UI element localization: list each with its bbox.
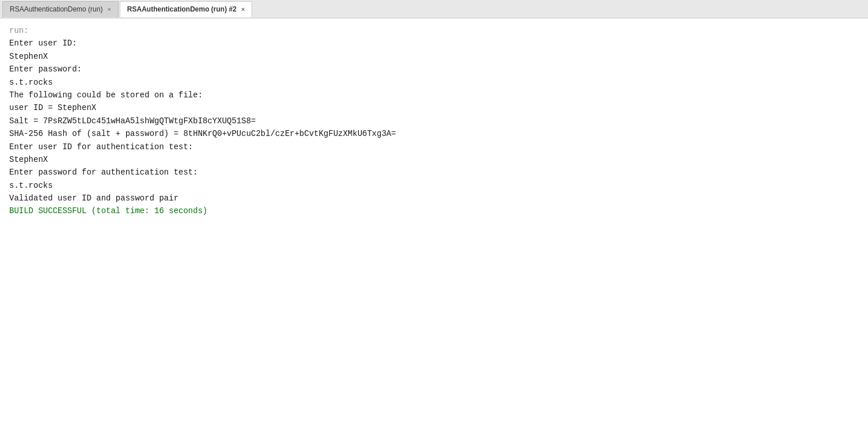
console-line-1: Enter user ID: xyxy=(9,37,859,50)
tab-run-1[interactable]: RSAAuthenticationDemo (run) × xyxy=(2,1,119,17)
tab-run-2-close[interactable]: × xyxy=(241,6,245,13)
console-line-8: SHA-256 Hash of (salt + password) = 8tHN… xyxy=(9,127,859,140)
console-line-12: s.t.rocks xyxy=(9,179,859,192)
console-line-14: BUILD SUCCESSFUL (total time: 16 seconds… xyxy=(9,205,859,217)
console-line-11: Enter password for authentication test: xyxy=(9,166,859,179)
console-line-7: Salt = 7PsRZW5tLDc451wHaA5lshWgQTWtgFXbI… xyxy=(9,115,859,127)
tab-run-1-label: RSAAuthenticationDemo (run) xyxy=(10,5,102,13)
tab-run-1-close[interactable]: × xyxy=(107,6,111,13)
console-line-5: The following could be stored on a file: xyxy=(9,89,859,101)
console-line-3: Enter password: xyxy=(9,63,859,75)
console-line-9: Enter user ID for authentication test: xyxy=(9,141,859,153)
console-line-6: user ID = StephenX xyxy=(9,101,859,114)
tab-run-2-label: RSAAuthenticationDemo (run) #2 xyxy=(127,5,237,13)
tab-bar: RSAAuthenticationDemo (run) × RSAAuthent… xyxy=(0,0,868,18)
tab-run-2[interactable]: RSAAuthenticationDemo (run) #2 × xyxy=(120,1,252,17)
console-line-10: StephenX xyxy=(9,153,859,166)
console-line-2: StephenX xyxy=(9,50,859,63)
console-output: run:Enter user ID:StephenXEnter password… xyxy=(0,18,868,424)
console-line-0: run: xyxy=(9,24,859,37)
console-line-13: Validated user ID and password pair xyxy=(9,192,859,205)
console-line-4: s.t.rocks xyxy=(9,76,859,89)
